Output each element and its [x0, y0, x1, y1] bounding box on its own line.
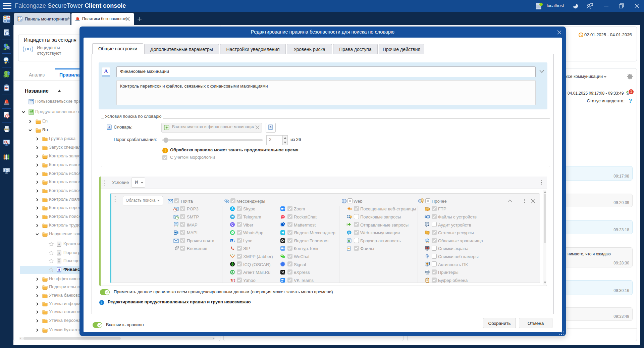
svg-text:!: ! [7, 114, 8, 118]
svg-text:A: A [104, 68, 108, 74]
svg-text:A: A [58, 251, 60, 255]
svg-text:A: A [108, 126, 110, 129]
svg-text:FTP: FTP [426, 207, 429, 209]
svg-text:Y!: Y! [230, 278, 235, 283]
svg-text:L: L [231, 239, 233, 242]
svg-text:A: A [58, 243, 60, 246]
svg-text:S: S [231, 207, 234, 211]
svg-text:A: A [269, 126, 272, 129]
svg-text:FILE: FILE [347, 248, 350, 249]
svg-text:A: A [58, 268, 60, 271]
